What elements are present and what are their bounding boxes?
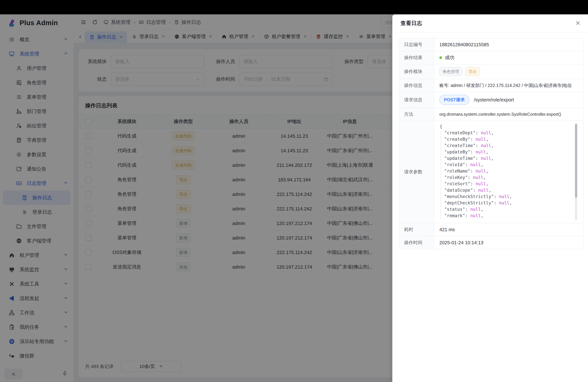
method-label: 方法 bbox=[399, 108, 435, 121]
window-top-bar bbox=[0, 0, 588, 14]
module-tags: 角色管理导出 bbox=[435, 64, 583, 79]
params-row: 请求参数 {"createDept": null,"createBy": nul… bbox=[399, 121, 583, 223]
post-method-badge: POST请求 bbox=[439, 95, 469, 105]
params-code-area[interactable]: {"createDept": null,"createBy": null,"cr… bbox=[435, 121, 583, 223]
module-tag: 导出 bbox=[465, 67, 480, 76]
json-line: "roleKey": null, bbox=[444, 174, 512, 181]
method-row: 方法 org.dromara.system.controller.system.… bbox=[399, 108, 583, 121]
json-line: "remark": null, bbox=[444, 212, 512, 219]
json-line: "createDept": null, bbox=[444, 129, 512, 136]
json-line: "dataScope": null, bbox=[444, 187, 512, 193]
scrollbar-thumb[interactable] bbox=[575, 124, 577, 198]
info-label: 操作信息 bbox=[399, 79, 435, 92]
json-line: "createBy": null, bbox=[444, 136, 512, 142]
request-params-json: {"createDept": null,"createBy": null,"cr… bbox=[435, 121, 512, 219]
json-line: "menuCheckStrictly": null, bbox=[444, 193, 512, 200]
request-path: /system/role/export bbox=[474, 97, 514, 103]
json-line: "updateBy": null, bbox=[444, 149, 512, 155]
module-tag: 角色管理 bbox=[439, 67, 462, 76]
drawer-header: 查看日志 ✕ bbox=[392, 14, 588, 32]
log-id-label: 日志编号 bbox=[399, 38, 435, 51]
duration-row: 耗时 421 ms bbox=[399, 223, 583, 236]
json-line: "deptCheckStrictly": null, bbox=[444, 200, 512, 206]
params-label: 请求参数 bbox=[399, 121, 435, 223]
drawer-title: 查看日志 bbox=[400, 20, 422, 27]
drawer-body: 日志编号 1882612840802115585 操作结果 成功 操作模块 角色… bbox=[392, 32, 588, 382]
module-row: 操作模块 角色管理导出 bbox=[399, 64, 583, 79]
status-dot bbox=[439, 56, 442, 59]
info-row: 操作信息 账号: admin / 研发部门 / 222.175.114.242 … bbox=[399, 79, 583, 92]
json-line: "status": null, bbox=[444, 206, 512, 212]
result-value: 成功 bbox=[445, 54, 454, 61]
result-label: 操作结果 bbox=[399, 51, 435, 64]
request-label: 请求信息 bbox=[399, 92, 435, 107]
log-detail-table: 日志编号 1882612840802115585 操作结果 成功 操作模块 角色… bbox=[399, 38, 584, 249]
module-label: 操作模块 bbox=[399, 64, 435, 79]
json-line: "roleSort": null, bbox=[444, 181, 512, 187]
json-line: "roleId": null, bbox=[444, 161, 512, 168]
json-line: "updateTime": null, bbox=[444, 155, 512, 161]
log-id-row: 日志编号 1882612840802115585 bbox=[399, 38, 583, 51]
time-label: 操作时间 bbox=[399, 236, 435, 249]
json-line: "roleName": null, bbox=[444, 168, 512, 174]
json-line: "createTime": null, bbox=[444, 142, 512, 149]
time-row: 操作时间 2025-01-24 10:14:13 bbox=[399, 236, 583, 249]
log-id-value: 1882612840802115585 bbox=[435, 38, 583, 51]
view-log-drawer: 查看日志 ✕ 日志编号 1882612840802115585 操作结果 成功 … bbox=[392, 14, 588, 382]
json-line: { bbox=[440, 123, 512, 129]
request-row: 请求信息 POST请求 /system/role/export bbox=[399, 92, 583, 108]
info-value: 账号: admin / 研发部门 / 222.175.114.242 / 中国|… bbox=[435, 79, 583, 92]
method-value: org.dromara.system.controller.system.Sys… bbox=[435, 108, 583, 121]
time-value: 2025-01-24 10:14:13 bbox=[435, 236, 583, 249]
result-row: 操作结果 成功 bbox=[399, 51, 583, 64]
duration-value: 421 ms bbox=[435, 223, 583, 236]
close-icon[interactable]: ✕ bbox=[575, 20, 581, 26]
duration-label: 耗时 bbox=[399, 223, 435, 236]
